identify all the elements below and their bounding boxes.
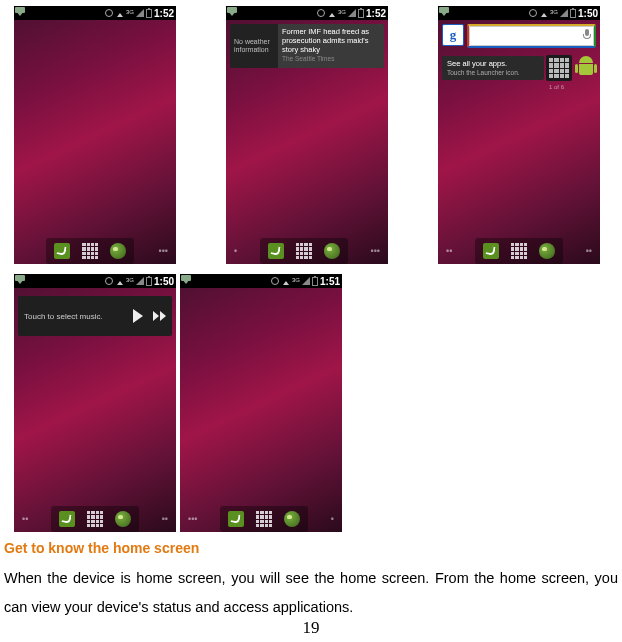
home-screen-body[interactable]: ••• <box>14 20 176 264</box>
signal-icon <box>136 9 144 17</box>
pager-dots-left[interactable]: ••• <box>188 514 197 524</box>
home-screen-body[interactable]: No weather information Former IMF head f… <box>226 20 388 264</box>
tips-subtitle: Touch the Launcher icon. <box>447 69 539 77</box>
browser-app[interactable] <box>281 509 303 529</box>
search-input[interactable] <box>467 24 596 48</box>
sms-icon <box>228 11 236 16</box>
pager-dots-left[interactable]: •• <box>22 514 28 524</box>
apps-grid-icon <box>256 511 272 527</box>
status-clock: 1:50 <box>578 8 598 19</box>
phone-icon <box>268 243 284 259</box>
news-widget[interactable]: No weather information Former IMF head f… <box>230 24 384 68</box>
wifi-icon <box>115 278 124 285</box>
phone-app[interactable] <box>56 509 78 529</box>
phone-app[interactable] <box>480 241 502 261</box>
pager-dots-left[interactable]: •• <box>446 246 452 256</box>
home-screen-body[interactable]: Touch to select music. •• •• <box>14 288 176 532</box>
dock: •• •• <box>438 238 600 264</box>
phone-app[interactable] <box>51 241 73 261</box>
phone-icon <box>228 511 244 527</box>
apps-grid-icon <box>296 243 312 259</box>
weather-pane: No weather information <box>230 24 278 68</box>
status-clock: 1:51 <box>320 276 340 287</box>
launcher-button[interactable] <box>253 509 275 529</box>
sms-icon <box>16 279 24 284</box>
status-bar: 3G 1:52 <box>14 6 176 20</box>
browser-icon <box>539 243 555 259</box>
battery-icon <box>358 9 364 18</box>
tips-title: See all your apps. <box>447 59 539 68</box>
launcher-button[interactable] <box>84 509 106 529</box>
home-screen-body[interactable]: ••• • <box>180 288 342 532</box>
battery-icon <box>570 9 576 18</box>
search-widget[interactable]: g <box>442 24 596 48</box>
status-bar: 3G 1:51 <box>180 274 342 288</box>
alarm-icon <box>105 9 113 17</box>
phone-app[interactable] <box>225 509 247 529</box>
news-source: The Seattle Times <box>282 55 380 63</box>
wifi-icon <box>327 10 336 17</box>
phone-icon <box>59 511 75 527</box>
google-logo-button[interactable]: g <box>442 24 464 46</box>
play-icon[interactable] <box>133 309 143 323</box>
pager-dot-right[interactable]: • <box>331 514 334 524</box>
launcher-icon-preview[interactable] <box>546 55 572 81</box>
status-bar: 3G 1:50 <box>438 6 600 20</box>
apps-grid-icon <box>87 511 103 527</box>
browser-app[interactable] <box>321 241 343 261</box>
next-track-icon[interactable] <box>153 311 166 321</box>
music-widget[interactable]: Touch to select music. <box>18 296 172 336</box>
signal-icon <box>560 9 568 17</box>
signal-icon <box>136 277 144 285</box>
alarm-icon <box>529 9 537 17</box>
screenshot-home-news: 3G 1:52 No weather information Former IM… <box>226 6 388 264</box>
news-pane: Former IMF head freed as prosecution adm… <box>278 24 384 68</box>
phone-icon <box>483 243 499 259</box>
phone-app[interactable] <box>265 241 287 261</box>
alarm-icon <box>105 277 113 285</box>
wifi-icon <box>115 10 124 17</box>
sms-icon <box>182 279 190 284</box>
news-headline: Former IMF head freed as prosecution adm… <box>282 27 380 54</box>
dock: ••• • <box>180 506 342 532</box>
dock: ••• <box>14 238 176 264</box>
mic-icon[interactable] <box>583 29 591 41</box>
launcher-button[interactable] <box>293 241 315 261</box>
status-clock: 1:50 <box>154 276 174 287</box>
browser-app[interactable] <box>107 241 129 261</box>
network-3g-icon: 3G <box>126 277 134 283</box>
browser-icon <box>324 243 340 259</box>
browser-app[interactable] <box>112 509 134 529</box>
phone-icon <box>54 243 70 259</box>
battery-icon <box>146 277 152 286</box>
launcher-button[interactable] <box>79 241 101 261</box>
signal-icon <box>348 9 356 17</box>
music-prompt-text: Touch to select music. <box>24 312 123 321</box>
pager-dots-right[interactable]: ••• <box>371 246 380 256</box>
launcher-button[interactable] <box>508 241 530 261</box>
dock: •• •• <box>14 506 176 532</box>
tips-widget[interactable]: See all your apps. Touch the Launcher ic… <box>442 54 596 82</box>
pager-dots-right[interactable]: •• <box>586 246 592 256</box>
signal-icon <box>302 277 310 285</box>
network-3g-icon: 3G <box>338 9 346 15</box>
status-bar: 3G 1:50 <box>14 274 176 288</box>
section-heading: Get to know the home screen <box>4 540 622 556</box>
status-clock: 1:52 <box>154 8 174 19</box>
browser-icon <box>115 511 131 527</box>
sms-icon <box>16 11 24 16</box>
alarm-icon <box>271 277 279 285</box>
android-mascot-icon <box>576 56 596 80</box>
google-g-letter: g <box>450 27 457 43</box>
wifi-icon <box>281 278 290 285</box>
browser-app[interactable] <box>536 241 558 261</box>
weather-status-text: No weather information <box>234 38 274 53</box>
pager-dot-left[interactable]: • <box>234 246 237 256</box>
screenshot-row-2: 3G 1:50 Touch to select music. •• •• <box>0 268 622 532</box>
pager-dots-right[interactable]: ••• <box>159 246 168 256</box>
screenshot-home-empty: 3G 1:51 ••• • <box>180 274 342 532</box>
battery-icon <box>312 277 318 286</box>
screenshot-home-basic: 3G 1:52 ••• <box>14 6 176 264</box>
home-screen-body[interactable]: g See all your apps. Touch the Launcher … <box>438 20 600 264</box>
pager-dots-right[interactable]: •• <box>162 514 168 524</box>
